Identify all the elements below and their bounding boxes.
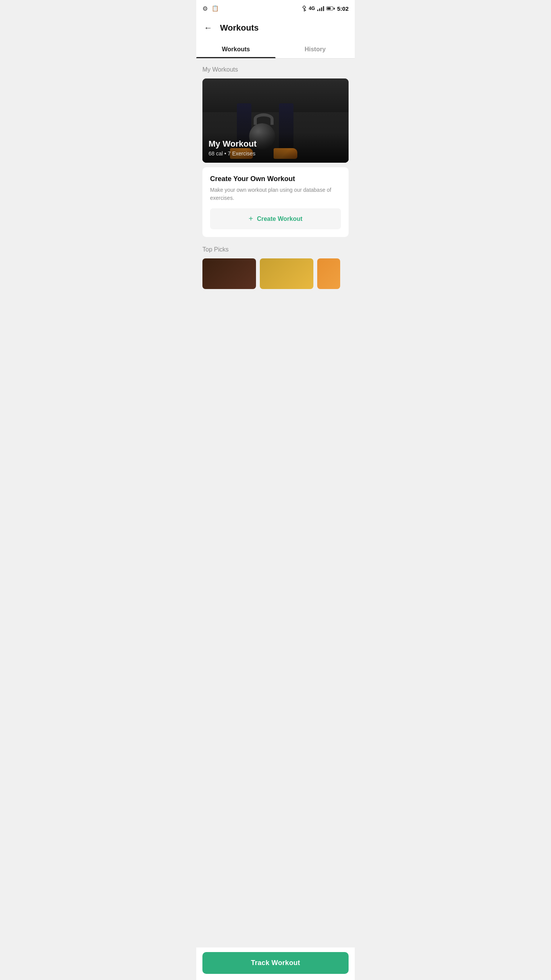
my-workout-card[interactable]: My Workout 68 cal • 7 Exercises [202,78,349,163]
create-workout-title: Create Your Own Workout [210,175,341,183]
workout-calories: 68 cal [209,150,223,157]
clipboard-icon: 📋 [212,5,219,12]
workout-exercises: 7 Exercises [228,150,255,157]
status-left-icons: ⚙ 📋 [202,5,219,12]
top-pick-card-3[interactable] [317,258,340,289]
settings-icon: ⚙ [202,5,208,12]
track-workout-button[interactable]: Track Workout [202,952,349,974]
main-content: My Workouts [196,59,355,327]
tab-workouts[interactable]: Workouts [196,41,276,58]
my-workouts-section: My Workouts [202,66,349,237]
back-arrow-icon: ← [204,23,212,33]
top-picks-title: Top Picks [202,246,349,253]
bluetooth-icon [302,5,306,11]
my-workouts-title: My Workouts [202,66,349,73]
workout-card-overlay: My Workout 68 cal • 7 Exercises [202,133,349,163]
status-right-icons: 4G 5:02 [302,5,349,12]
plus-icon: + [249,214,253,223]
workout-card-meta: 68 cal • 7 Exercises [209,150,342,157]
top-pick-card-1[interactable] [202,258,256,289]
top-picks-section: Top Picks [202,246,349,289]
tab-history[interactable]: History [276,41,355,58]
workout-card-name: My Workout [209,139,342,149]
signal-label: 4G [309,6,315,11]
signal-bars-icon [317,6,324,11]
page-title: Workouts [220,23,259,33]
track-workout-container: Track Workout [196,947,355,980]
create-workout-desc: Make your own workout plan using our dat… [210,186,341,202]
status-bar: ⚙ 📋 4G 5:02 [196,0,355,17]
create-workout-card: Create Your Own Workout Make your own wo… [202,167,349,237]
top-pick-card-2[interactable] [260,258,313,289]
create-workout-button[interactable]: + Create Workout [210,208,341,229]
top-picks-row [202,258,349,289]
battery-icon [326,7,335,10]
status-time: 5:02 [337,5,349,12]
workout-card-image: My Workout 68 cal • 7 Exercises [202,78,349,163]
tabs-container: Workouts History [196,41,355,59]
create-workout-button-label: Create Workout [257,216,302,222]
back-button[interactable]: ← [202,21,214,34]
header: ← Workouts [196,17,355,41]
workout-meta-separator: • [224,150,228,157]
